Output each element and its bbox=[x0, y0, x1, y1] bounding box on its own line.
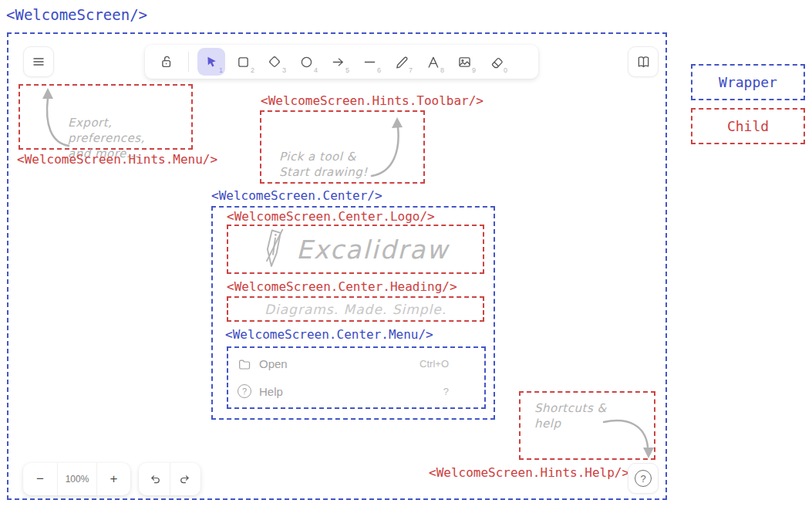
ellipse-icon bbox=[298, 54, 315, 70]
tool-number: 8 bbox=[440, 66, 444, 74]
lock-open-icon bbox=[157, 53, 174, 70]
tool-button-ellipse[interactable]: 4 bbox=[292, 48, 320, 76]
tool-number: 1 bbox=[219, 66, 223, 74]
tool-button-line[interactable]: 6 bbox=[355, 48, 383, 76]
center-menu-label: <WelcomeScreen.Center.Menu/> bbox=[225, 327, 433, 342]
hint-help-box: Shortcuts & help bbox=[519, 391, 655, 460]
tool-number: 2 bbox=[251, 66, 254, 74]
tool-number: 5 bbox=[345, 66, 349, 74]
tool-number: 7 bbox=[409, 66, 413, 74]
hint-toolbar-text: Pick a tool & Start drawing! bbox=[279, 149, 368, 180]
redo-button[interactable] bbox=[170, 463, 200, 495]
menu-item-label: Help bbox=[259, 385, 283, 398]
tool-button-image[interactable]: 9 bbox=[450, 48, 478, 76]
tool-button-draw[interactable]: 7 bbox=[387, 48, 415, 76]
hint-toolbar-label: <WelcomeScreen.Hints.Toolbar/> bbox=[261, 93, 483, 108]
center-menu-box: Open Ctrl+O ? Help ? bbox=[227, 346, 486, 409]
undo-redo-controls bbox=[139, 463, 200, 495]
legend-wrapper-box: Wrapper bbox=[691, 64, 805, 100]
library-button[interactable] bbox=[628, 46, 659, 77]
center-heading-text: Diagrams. Made. Simple. bbox=[264, 302, 446, 317]
hamburger-icon bbox=[31, 54, 46, 69]
toolbar-divider bbox=[188, 52, 189, 72]
hint-toolbar-arrow-icon bbox=[362, 115, 408, 181]
book-icon bbox=[635, 54, 652, 70]
toolbar: 1 2 3 4 bbox=[145, 45, 538, 79]
redo-icon bbox=[178, 472, 193, 487]
image-icon bbox=[457, 54, 473, 70]
legend-child-box: Child bbox=[691, 108, 805, 144]
text-icon bbox=[425, 54, 441, 70]
tool-button-eraser[interactable]: 0 bbox=[482, 48, 510, 76]
zoom-controls: − 100% + bbox=[23, 463, 130, 495]
page: <WelcomeScreen/> bbox=[0, 0, 812, 510]
undo-icon bbox=[147, 472, 162, 487]
legend-child-label: Child bbox=[727, 118, 769, 134]
folder-icon bbox=[238, 357, 251, 371]
diamond-icon bbox=[266, 53, 283, 70]
hint-help-text: Shortcuts & help bbox=[534, 400, 607, 431]
hint-menu-box: Export, preferences, and more... bbox=[19, 84, 193, 150]
center-logo-box: Excalidraw bbox=[227, 225, 484, 274]
help-circle-icon: ? bbox=[238, 384, 251, 398]
lock-button[interactable] bbox=[152, 48, 180, 76]
eraser-icon bbox=[488, 54, 504, 70]
page-title: <WelcomeScreen/> bbox=[6, 6, 147, 23]
center-heading-box: Diagrams. Made. Simple. bbox=[227, 296, 484, 322]
tool-button-diamond[interactable]: 3 bbox=[261, 48, 288, 76]
center-heading-label: <WelcomeScreen.Center.Heading/> bbox=[227, 279, 457, 294]
tool-button-arrow[interactable]: 5 bbox=[324, 48, 352, 76]
zoom-out-button[interactable]: − bbox=[23, 463, 57, 495]
tool-button-selection[interactable]: 1 bbox=[197, 48, 225, 76]
tool-number: 6 bbox=[377, 66, 381, 74]
center-label: <WelcomeScreen.Center/> bbox=[211, 188, 382, 203]
hint-help-label: <WelcomeScreen.Hints.Help/> bbox=[429, 465, 629, 480]
arrow-icon bbox=[330, 54, 346, 70]
tool-button-rectangle[interactable]: 2 bbox=[229, 48, 257, 76]
legend-wrapper-label: Wrapper bbox=[719, 74, 777, 90]
pencil-icon bbox=[393, 54, 409, 70]
excalidraw-logo-icon bbox=[262, 228, 288, 270]
question-mark-icon: ? bbox=[635, 470, 652, 487]
tool-button-text[interactable]: 8 bbox=[419, 48, 446, 76]
rectangle-icon bbox=[235, 54, 251, 70]
tool-number: 0 bbox=[504, 66, 507, 74]
undo-button[interactable] bbox=[139, 463, 170, 495]
welcome-screen-canvas: 1 2 3 4 bbox=[7, 32, 667, 500]
center-logo-label: <WelcomeScreen.Center.Logo/> bbox=[227, 209, 435, 224]
hint-menu-label: <WelcomeScreen.Hints.Menu/> bbox=[17, 152, 217, 167]
hint-help-arrow-icon bbox=[598, 414, 655, 461]
menu-item-label: Open bbox=[259, 357, 288, 370]
tool-number: 3 bbox=[282, 66, 286, 74]
menu-item-shortcut: ? bbox=[443, 386, 449, 397]
menu-item-open[interactable]: Open Ctrl+O bbox=[228, 350, 484, 378]
help-button[interactable]: ? bbox=[628, 463, 659, 494]
tool-number: 9 bbox=[472, 66, 476, 74]
menu-item-help[interactable]: ? Help ? bbox=[228, 378, 484, 406]
hint-toolbar-box: Pick a tool & Start drawing! bbox=[260, 110, 425, 184]
selection-cursor-icon bbox=[204, 54, 219, 69]
logo-wordmark: Excalidraw bbox=[296, 235, 449, 265]
hamburger-menu-button[interactable] bbox=[23, 46, 54, 77]
tool-number: 4 bbox=[314, 66, 318, 74]
zoom-in-button[interactable]: + bbox=[96, 463, 130, 495]
zoom-level-button[interactable]: 100% bbox=[57, 463, 96, 495]
line-icon bbox=[362, 54, 378, 70]
menu-item-shortcut: Ctrl+O bbox=[419, 358, 449, 370]
